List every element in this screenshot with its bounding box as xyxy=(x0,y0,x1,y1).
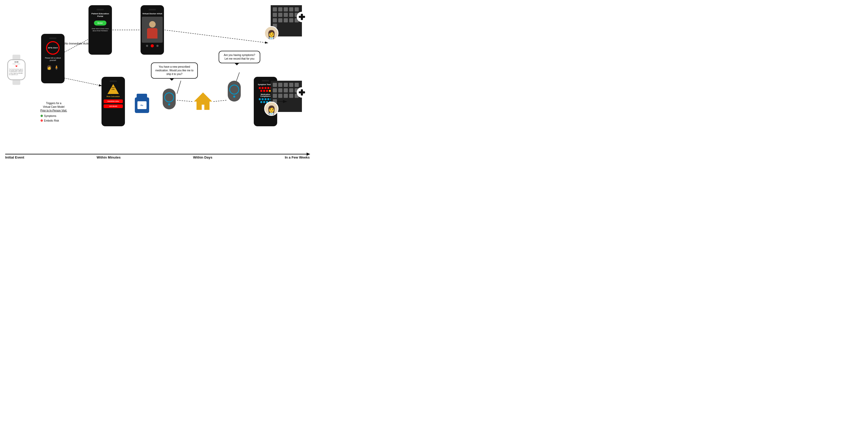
female-person-icon: 👩 xyxy=(46,65,52,70)
house-icon xyxy=(193,91,213,112)
risk-triangle-text: RiskCalc. xyxy=(110,87,117,90)
svg-line-8 xyxy=(213,100,226,101)
triggers-header: Triggers for aVirtual Care ModelPrior to… xyxy=(40,101,67,113)
bottle-cap xyxy=(137,94,147,97)
phone-virtual-body: Virtual Doctor eVisit xyxy=(141,5,164,55)
doctor-avatar-bottom: 👩‍⚕️ xyxy=(264,101,278,116)
watch-time: 10:09 xyxy=(9,61,24,63)
education-title: Patient Education Portal xyxy=(90,12,111,18)
afib-alert-circle: AFib Alert xyxy=(46,41,60,55)
watch-screen: 10:09 HEART RATE ❤ Your heart has shown … xyxy=(8,60,25,80)
apple-watch: 10:09 HEART RATE ❤ Your heart has shown … xyxy=(5,55,28,82)
svg-line-4 xyxy=(164,30,268,43)
bottle-rx-symbol: Rx xyxy=(141,104,143,106)
watch-body: 10:09 HEART RATE ❤ Your heart has shown … xyxy=(7,59,26,80)
timeline-label-initial: Initial Event xyxy=(5,155,24,159)
education-description: Enter here to learn more about Atrial Fi… xyxy=(90,28,111,32)
alexa-body-2 xyxy=(228,81,241,101)
bottle-label: Rx xyxy=(137,101,147,109)
phone-virtual-doctor: Virtual Doctor eVisit xyxy=(141,5,164,55)
phone-risk-body: RiskCalc. Risk Calculator CHA2DS2-VASc H… xyxy=(101,77,125,126)
trigger-risk-label: Embolic Risk xyxy=(44,119,59,123)
education-enter-btn[interactable]: Enter xyxy=(94,21,106,26)
trigger-risk: ⊕ Embolic Risk xyxy=(40,118,67,123)
alexa-ring-1 xyxy=(164,92,174,102)
svg-line-11 xyxy=(177,81,181,94)
watch-band-bottom xyxy=(12,80,20,85)
doctor-avatar-top: 👩‍⚕️ xyxy=(264,26,278,40)
svg-marker-13 xyxy=(194,92,212,110)
virt-camera-icon[interactable] xyxy=(156,45,158,47)
afib-alert-title: AFib Alert xyxy=(48,46,58,49)
male-person-icon: 🧍 xyxy=(54,65,59,70)
virtual-doctor-title: Virtual Doctor eVisit xyxy=(143,12,162,15)
main-diagram: 10:09 HEART RATE ❤ Your heart has shown … xyxy=(0,0,312,161)
hospital-bottom: 👩‍⚕️ xyxy=(266,81,305,128)
phone-afib: AFib Alert Please tell us about yourself… xyxy=(41,34,65,83)
risk-triangle-container: RiskCalc. xyxy=(107,84,119,94)
alexa-ring-2 xyxy=(229,85,239,94)
afib-icons: 👩 🧍 xyxy=(46,65,59,70)
hospital-cross-top xyxy=(297,12,307,22)
phone-education-notch xyxy=(97,9,104,10)
watch-message: Your heart has shown signs of an irregul… xyxy=(9,68,24,75)
phone-risk-notch xyxy=(110,81,117,82)
has-bled-btn[interactable]: HAS-BLED xyxy=(103,104,123,108)
phone-education: Patient Education Portal Enter Enter her… xyxy=(89,5,112,55)
virtual-controls xyxy=(146,44,158,48)
phone-afib-body: AFib Alert Please tell us about yourself… xyxy=(41,34,65,83)
phone-risk-calculator: RiskCalc. Risk Calculator CHA2DS2-VASc H… xyxy=(101,77,125,126)
alexa-dot-1 xyxy=(168,103,170,105)
hospital-cross-bottom xyxy=(297,87,307,98)
afib-subtitle: Please tell us about yourself xyxy=(43,57,62,61)
timeline-label-minutes: Within Minutes xyxy=(97,155,121,159)
svg-line-7 xyxy=(177,100,193,101)
alexa-body-1 xyxy=(163,89,176,110)
medication-bottle: Rx xyxy=(134,94,150,115)
medication-speech-bubble: You have a new prescribed medication. Wo… xyxy=(151,62,198,79)
triggers-label: Triggers for aVirtual Care ModelPrior to… xyxy=(40,101,67,123)
risk-triangle-icon: RiskCalc. xyxy=(107,84,119,94)
timeline-label-weeks: In a Few Weeks xyxy=(285,155,310,159)
alexa-dot-2 xyxy=(233,96,235,98)
symptoms-speech-bubble: Are you having symptoms? Let me record t… xyxy=(219,51,260,63)
phone-virtual-notch xyxy=(149,9,156,10)
medication-bubble-text: You have a new prescribed medication. Wo… xyxy=(155,65,194,75)
risk-calculator-label: Risk Calculator xyxy=(107,96,120,97)
watch-band-top xyxy=(12,55,20,59)
virt-end-icon[interactable] xyxy=(151,44,154,48)
symptom-to-hospital-arrow xyxy=(277,99,289,104)
timeline-labels: Initial Event Within Minutes Within Days… xyxy=(5,155,310,159)
trigger-symptom-label: Symptoms xyxy=(44,114,56,118)
symptoms-bubble-text: Are you having symptoms? Let me record t… xyxy=(224,54,255,60)
cha2ds2-btn[interactable]: CHA2DS2-VASc xyxy=(103,99,123,103)
virtual-doctor-video xyxy=(142,17,163,43)
virt-mute-icon[interactable] xyxy=(146,45,148,47)
bottle-body: Rx xyxy=(135,97,149,113)
house-svg xyxy=(193,91,213,112)
phone-afib-notch xyxy=(49,37,57,39)
phone-education-body: Patient Education Portal Enter Enter her… xyxy=(89,5,112,55)
hospital-top: 👩‍⚕️ xyxy=(266,5,305,52)
trigger-plus-icon: ⊕ xyxy=(40,114,43,118)
alexa-speaker-1 xyxy=(161,89,177,112)
trigger-up-icon: ⊕ xyxy=(40,118,43,123)
alexa-speaker-2 xyxy=(226,81,242,104)
trigger-symptoms: ⊕ Symptoms xyxy=(40,114,67,118)
svg-line-6 xyxy=(65,78,102,86)
timeline-label-days: Within Days xyxy=(193,155,212,159)
